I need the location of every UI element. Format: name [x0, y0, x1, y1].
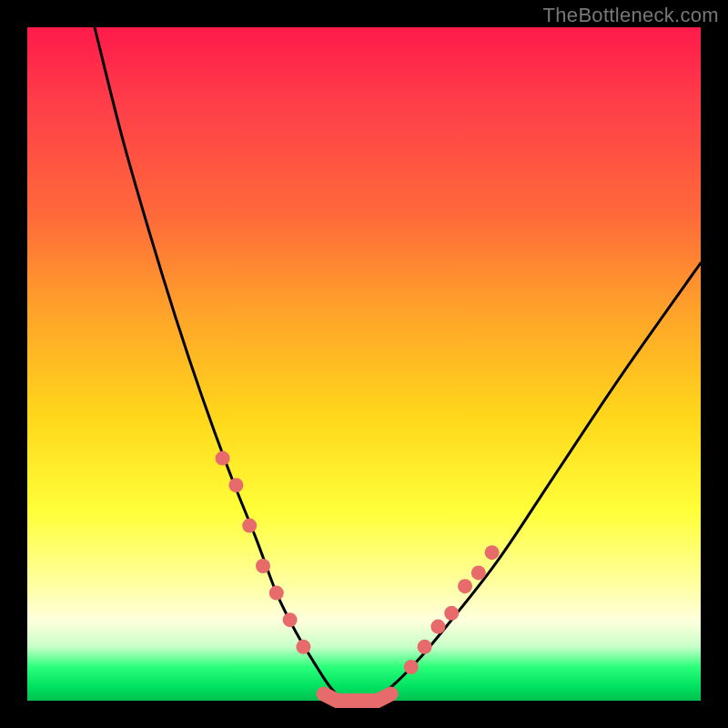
- markers-left-dot: [269, 586, 284, 601]
- markers-left-dot: [228, 478, 243, 492]
- markers-left-dot: [242, 519, 257, 533]
- markers-left-dot: [256, 559, 270, 573]
- markers-right-dot: [444, 606, 459, 621]
- markers-right: [404, 545, 500, 674]
- chart-frame: TheBottleneck.com: [0, 0, 728, 728]
- chart-svg: [27, 27, 701, 701]
- plot-area: [27, 27, 701, 701]
- markers-right-dot: [458, 579, 472, 593]
- markers-left-dot: [216, 451, 230, 466]
- markers-right-dot: [418, 640, 432, 654]
- markers-left-dot: [296, 640, 310, 654]
- markers-right-dot: [430, 620, 445, 634]
- markers-left-dot: [283, 612, 298, 627]
- flat-band: [324, 694, 391, 701]
- markers-right-dot: [485, 545, 500, 560]
- markers-right-dot: [471, 565, 486, 580]
- markers-right-dot: [404, 660, 419, 674]
- markers-left: [216, 451, 311, 654]
- bottleneck-curve: [95, 27, 701, 702]
- watermark-text: TheBottleneck.com: [543, 4, 719, 27]
